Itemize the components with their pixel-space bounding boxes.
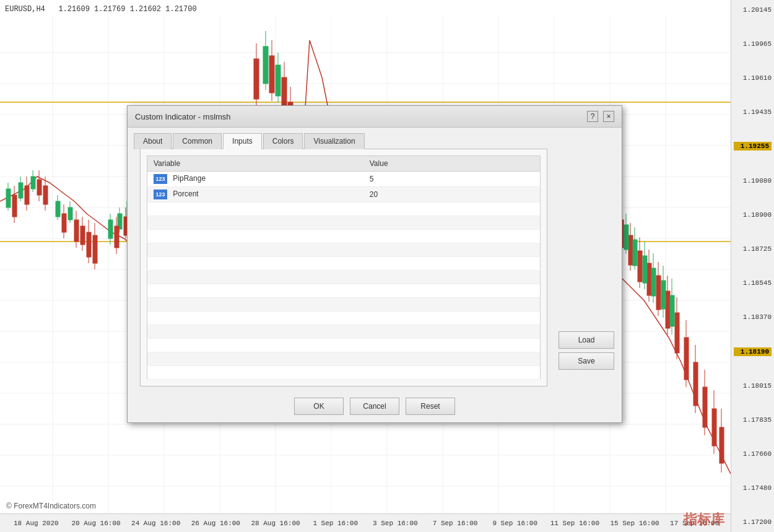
load-button[interactable]: Load bbox=[559, 331, 614, 349]
dialog-side-actions: Load Save bbox=[554, 149, 615, 393]
ok-button[interactable]: OK bbox=[294, 398, 344, 415]
tab-about[interactable]: About bbox=[134, 133, 172, 149]
reset-button[interactable]: Reset bbox=[406, 398, 455, 415]
table-empty-row bbox=[147, 325, 541, 339]
tab-colors[interactable]: Colors bbox=[263, 133, 303, 149]
variable-cell-2: 123 Porcent bbox=[147, 187, 363, 203]
dialog-controls: ? × bbox=[587, 111, 614, 122]
cancel-button[interactable]: Cancel bbox=[350, 398, 399, 415]
table-empty-row bbox=[147, 271, 541, 284]
var-icon-2: 123 bbox=[154, 190, 167, 199]
var-name-1: PipRange bbox=[173, 174, 206, 183]
table-empty-row bbox=[147, 257, 541, 271]
custom-indicator-dialog: Custom Indicator - mslmsh ? × About Comm… bbox=[127, 105, 622, 423]
dialog-content: Variable Value 123 PipRange 5 bbox=[140, 149, 547, 386]
table-row[interactable]: 123 PipRange 5 bbox=[147, 172, 541, 187]
table-empty-row bbox=[147, 230, 541, 243]
value-cell-1[interactable]: 5 bbox=[363, 172, 541, 187]
table-empty-row bbox=[147, 203, 541, 216]
inputs-table: Variable Value 123 PipRange 5 bbox=[147, 155, 541, 380]
dialog-overlay: Custom Indicator - mslmsh ? × About Comm… bbox=[0, 0, 774, 532]
dialog-title: Custom Indicator - mslmsh bbox=[135, 112, 231, 121]
col-variable: Variable bbox=[147, 156, 363, 172]
dialog-main: Variable Value 123 PipRange 5 bbox=[134, 149, 554, 393]
dialog-help-button[interactable]: ? bbox=[587, 111, 598, 122]
table-empty-row bbox=[147, 298, 541, 312]
dialog-titlebar: Custom Indicator - mslmsh ? × bbox=[128, 106, 622, 128]
variable-cell-1: 123 PipRange bbox=[147, 172, 363, 187]
value-cell-2[interactable]: 20 bbox=[363, 187, 541, 203]
table-empty-row bbox=[147, 243, 541, 257]
tab-visualization[interactable]: Visualization bbox=[304, 133, 364, 149]
table-empty-row bbox=[147, 366, 541, 380]
dialog-tabs: About Common Inputs Colors Visualization bbox=[128, 128, 622, 149]
table-empty-row bbox=[147, 352, 541, 366]
table-empty-row bbox=[147, 312, 541, 325]
var-name-2: Porcent bbox=[173, 190, 198, 198]
dialog-footer: OK Cancel Reset bbox=[128, 393, 622, 422]
table-empty-row bbox=[147, 339, 541, 352]
tab-common[interactable]: Common bbox=[173, 133, 222, 149]
table-empty-row bbox=[147, 284, 541, 298]
col-value: Value bbox=[363, 156, 541, 172]
var-icon-1: 123 bbox=[154, 174, 167, 184]
table-empty-row bbox=[147, 216, 541, 230]
dialog-body: Variable Value 123 PipRange 5 bbox=[128, 149, 622, 393]
dialog-close-button[interactable]: × bbox=[603, 111, 614, 122]
save-button[interactable]: Save bbox=[559, 352, 614, 370]
table-row[interactable]: 123 Porcent 20 bbox=[147, 187, 541, 203]
tab-inputs[interactable]: Inputs bbox=[223, 133, 262, 149]
